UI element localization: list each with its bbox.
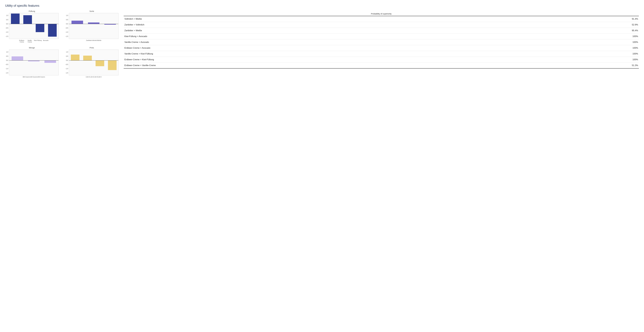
row-label: Erdbeer-Creme > Avocado: [124, 47, 150, 49]
bar: [23, 15, 32, 24]
bar: [83, 56, 92, 60]
plot-row: 1.00.50.0-0.5-1.0-1.5: [5, 50, 58, 75]
bars-container: [9, 50, 58, 75]
chart-sorte: Sorte1.00.50.0-0.5-1.0-1.5ZartbitterVoll…: [65, 10, 118, 43]
x-tick-label: Zartbitter: [86, 40, 92, 41]
plot-row: 1.00.50.0-0.5-1.0-1.5: [5, 13, 58, 39]
row-value: 95.4%: [632, 29, 638, 32]
bar-slot: [69, 13, 86, 39]
table-row: Kiwi-Füllung > Avocado100%: [124, 34, 639, 39]
y-axis: 1.00.50.0-0.5-1.0-1.5: [5, 50, 9, 75]
bars-container: [69, 50, 118, 75]
bar-slot: [69, 50, 82, 75]
y-tick-label: 0.0: [6, 60, 8, 61]
row-label: Erdbeer-Creme > Vanille-Creme: [124, 64, 156, 67]
bar: [48, 24, 57, 37]
row-label: Vollmilch > Weiße: [124, 18, 142, 20]
y-tick-label: -1.0: [6, 31, 8, 33]
table-row: Erdbeer-Creme > Avocado100%: [124, 45, 639, 51]
chart-preis: Preis1.00.50.0-0.5-1.0-1.50,50 €1,50 €2,…: [65, 47, 118, 78]
bar-slot: [46, 13, 58, 39]
y-tick-label: -0.5: [6, 27, 8, 29]
chart-menge: Menge1.00.50.0-0.5-1.0-1.5300 Gramm100 G…: [5, 47, 58, 78]
charts-grid: Füllung1.00.50.0-0.5-1.0-1.5Erdbeer-Crem…: [5, 10, 118, 78]
plot-area: [9, 50, 58, 75]
table-body: Vollmilch > Weiße91.4%Zartbitter > Vollm…: [124, 16, 639, 69]
plot-row: 1.00.50.0-0.5-1.0-1.5: [65, 13, 118, 39]
bar: [28, 60, 40, 61]
y-tick-label: 1.0: [66, 51, 68, 53]
main-layout: Füllung1.00.50.0-0.5-1.0-1.5Erdbeer-Crem…: [5, 10, 639, 78]
plot-row: 1.00.50.0-0.5-1.0-1.5: [65, 50, 118, 75]
table-row: Vollmilch > Weiße91.4%: [124, 16, 639, 22]
row-label: Vanille-Creme > Kiwi-Fülllung: [124, 53, 153, 55]
x-tick-label: 200 Gramm: [38, 76, 45, 78]
y-tick-label: -1.5: [66, 72, 68, 74]
y-tick-label: 0.0: [66, 23, 68, 25]
bar-slot: [9, 50, 26, 75]
plot-area: [9, 13, 58, 39]
y-tick-label: 0.5: [6, 55, 8, 57]
bars-container: [9, 13, 58, 39]
row-value: 52.9%: [632, 24, 638, 26]
row-value: 100%: [632, 41, 638, 44]
table-row: Zartbitter > Weiße95.4%: [124, 28, 639, 34]
table-row: Erdbeer-Creme > Vanille-Creme51.3%: [124, 63, 639, 69]
x-axis: Erdbeer-CremeVanille-CremeKiwi-FüllungAv…: [18, 40, 50, 43]
bar-slot: [94, 50, 106, 75]
bar-slot: [82, 50, 94, 75]
row-value: 100%: [632, 35, 638, 38]
y-tick-label: 1.0: [6, 51, 8, 53]
zero-line: [69, 60, 118, 61]
y-tick-label: -0.5: [66, 64, 68, 65]
x-tick-label: Avocado: [42, 40, 50, 43]
bar: [108, 60, 116, 70]
row-value: 100%: [632, 53, 638, 55]
bar-slot: [42, 50, 58, 75]
y-axis: 1.00.50.0-0.5-1.0-1.5: [65, 50, 69, 75]
chart-title: Menge: [29, 47, 35, 49]
zero-line: [69, 24, 118, 24]
chart-title: Preis: [90, 47, 94, 49]
x-tick-label: Erdbeer-Creme: [18, 40, 26, 43]
y-axis: 1.00.50.0-0.5-1.0-1.5: [65, 13, 69, 39]
bar-slot: [106, 50, 118, 75]
row-label: Kiwi-Füllung > Avocado: [124, 35, 147, 38]
plot-area: [69, 50, 118, 75]
y-tick-label: -1.0: [66, 31, 68, 33]
bar: [96, 60, 104, 66]
bar-slot: [9, 13, 22, 39]
x-axis: ZartbitterVollmilchWeiße: [86, 40, 101, 41]
y-tick-label: -1.0: [6, 68, 8, 70]
y-tick-label: 1.0: [6, 15, 8, 16]
y-tick-label: 0.0: [66, 60, 68, 61]
plot-area: [69, 13, 118, 39]
row-label: Zartbitter > Weiße: [124, 29, 142, 32]
bar-slot: [26, 50, 42, 75]
x-tick-label: 2,50 €: [94, 76, 98, 78]
y-tick-label: 0.5: [66, 19, 68, 21]
row-value: 100%: [632, 58, 638, 61]
bar: [88, 23, 100, 24]
zero-line: [9, 24, 58, 24]
bar: [36, 24, 44, 32]
x-axis: 300 Gramm100 Gramm200 Gramm: [22, 76, 45, 78]
x-tick-label: Weiße: [97, 40, 101, 41]
row-label: Erdbeer-Creme > Kiwi-Füllung: [124, 58, 154, 61]
y-axis: 1.00.50.0-0.5-1.0-1.5: [5, 13, 9, 39]
x-tick-label: 100 Gramm: [30, 76, 38, 78]
x-tick-label: 300 Gramm: [22, 76, 30, 78]
y-tick-label: 0.0: [6, 23, 8, 25]
y-tick-label: -1.5: [6, 36, 8, 37]
row-value: 51.3%: [632, 64, 638, 67]
zero-line: [9, 60, 58, 61]
chart-title: Füllung: [29, 10, 35, 12]
page-title: Utility of specific features: [5, 4, 639, 8]
bar: [12, 56, 23, 60]
y-tick-label: -1.5: [66, 36, 68, 37]
bar-slot: [86, 13, 102, 39]
y-tick-label: 0.5: [6, 19, 8, 21]
y-tick-label: 0.5: [66, 55, 68, 57]
probability-table: Probability of superiority Vollmilch > W…: [124, 13, 639, 69]
table-row: Vanille-Creme > Kiwi-Fülllung100%: [124, 51, 639, 57]
